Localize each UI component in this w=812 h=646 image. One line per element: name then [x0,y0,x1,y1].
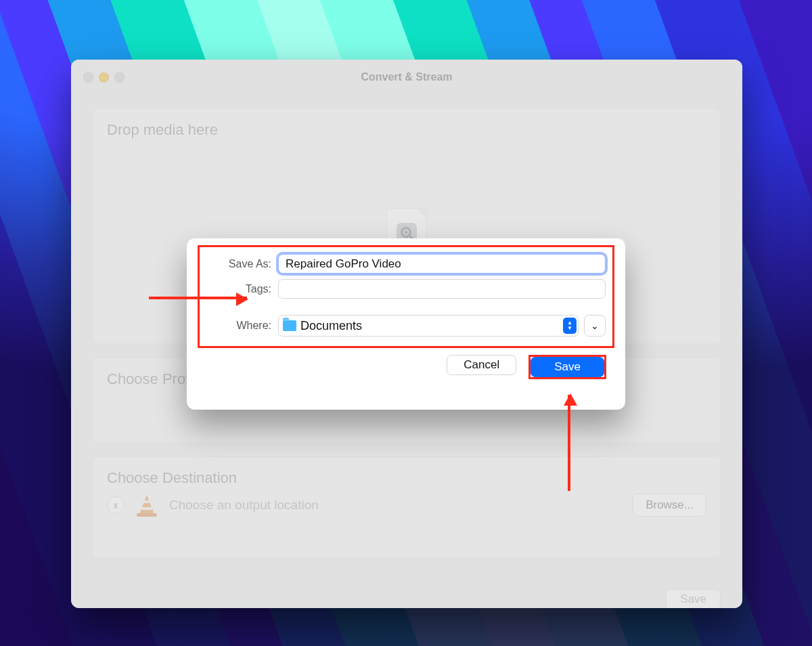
clear-destination-button[interactable]: x [107,496,125,514]
where-dropdown[interactable]: Documents ▲▼ [278,315,579,337]
tags-row: Tags: [206,279,606,299]
vlc-cone-icon [137,494,157,517]
window-title: Convert & Stream [71,71,742,83]
svg-marker-1 [405,231,409,234]
save-button[interactable]: Save [531,357,604,377]
tags-label: Tags: [206,283,278,295]
where-row: Where: Documents ▲▼ ⌄ [206,315,606,337]
desktop-background: Convert & Stream Drop media here [0,0,812,646]
save-as-label: Save As: [206,258,278,270]
save-as-row: Save As: [206,254,606,274]
footer-save-button[interactable]: Save [666,589,721,608]
where-label: Where: [206,320,278,332]
destination-placeholder: Choose an output location [169,498,621,513]
updown-stepper-icon: ▲▼ [563,318,577,334]
save-as-input[interactable] [278,254,606,274]
choose-destination-panel: Choose Destination x Choose an output lo… [93,456,721,558]
expand-dialog-button[interactable]: ⌄ [584,315,606,337]
chevron-down-icon: ⌄ [591,320,599,331]
save-dialog: Save As: Tags: Where: [187,238,625,410]
annotation-form-highlight: Save As: Tags: Where: [198,245,614,348]
window-titlebar: Convert & Stream [71,60,742,95]
cancel-button[interactable]: Cancel [447,355,516,375]
drop-media-heading: Drop media here [107,121,706,139]
tags-input[interactable] [278,279,606,299]
dialog-actions: Cancel Save [202,355,610,379]
footer-save-area: Save [666,589,721,608]
where-value: Documents [300,319,559,333]
choose-destination-heading: Choose Destination [107,469,706,487]
browse-button[interactable]: Browse... [633,494,706,517]
annotation-save-highlight: Save [528,355,606,379]
folder-icon [283,320,296,331]
